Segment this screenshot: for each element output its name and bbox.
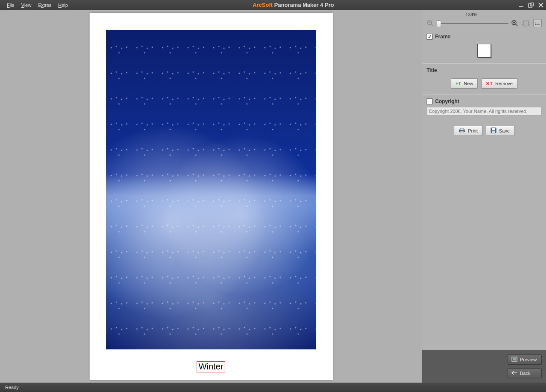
work-area: Winter 134% 1:1 [0,10,546,383]
zoom-slider[interactable] [437,20,508,26]
copyright-checkbox[interactable] [427,98,433,104]
copyright-input[interactable] [427,107,542,115]
copyright-label: Copyright [435,98,459,104]
svg-rect-10 [492,128,495,130]
side-panel: 134% 1:1 ✓ F [422,10,546,383]
zoom-percent-label: 134% [422,12,520,17]
maximize-button[interactable] [528,3,534,8]
frame-checkbox[interactable]: ✓ [427,34,433,40]
zoom-out-icon[interactable] [427,20,434,27]
zoom-in-icon[interactable] [511,20,519,27]
x-t-icon: ✕T [486,81,493,86]
back-arrow-icon [511,371,517,376]
titlebar: File View Extras Help ArcSoft Panorama M… [0,0,546,10]
svg-rect-13 [513,358,516,360]
menu-file[interactable]: File [7,3,15,8]
title-text-box[interactable]: Winter [197,361,226,372]
save-icon [491,127,497,134]
fit-screen-icon[interactable] [521,20,531,27]
svg-rect-7 [460,128,464,130]
save-label: Save [499,128,510,133]
menu-help[interactable]: Help [58,3,68,8]
zoom-controls: 134% 1:1 [422,10,546,30]
save-button[interactable]: Save [486,126,514,136]
svg-rect-5 [523,21,529,26]
frame-style-swatch[interactable] [477,44,491,58]
back-label: Back [520,371,530,376]
print-label: Print [468,128,478,133]
frame-section: ✓ Frame [422,30,546,63]
title-remove-label: Remove [495,81,513,86]
copyright-section: Copyright Print Save [422,95,546,142]
title-new-button[interactable]: +T New [451,78,478,89]
frame-label: Frame [435,34,450,40]
back-button[interactable]: Back [508,368,542,378]
page-frame: Winter [90,13,333,380]
title-text: Winter [199,362,224,371]
close-button[interactable] [538,3,543,8]
svg-rect-0 [519,6,523,7]
preview-icon [511,357,517,363]
svg-rect-8 [460,131,464,133]
window-controls [519,3,543,8]
print-button[interactable]: Print [454,126,482,136]
actual-size-button[interactable]: 1:1 [533,20,542,27]
title-new-label: New [464,81,473,86]
title-remove-button[interactable]: ✕T Remove [481,78,517,89]
menu-view[interactable]: View [21,3,32,8]
panorama-image[interactable] [106,30,316,349]
menu-extras[interactable]: Extras [38,3,51,8]
menu-bar: File View Extras Help [3,3,68,8]
side-bottom-nav: Preview Back [422,350,546,383]
svg-rect-11 [492,131,495,133]
minimize-button[interactable] [519,3,524,8]
title-section-label: Title [427,67,542,73]
status-text: Ready. [5,385,20,390]
canvas-area: Winter [0,10,422,383]
print-icon [459,128,465,134]
plus-t-icon: +T [456,81,461,86]
window-title: ArcSoft Panorama Maker 4 Pro [68,2,519,8]
app-title-rest: Panorama Maker 4 Pro [273,2,334,8]
status-bar: Ready. [0,383,546,392]
zoom-slider-thumb[interactable] [437,20,441,27]
title-section: Title +T New ✕T Remove [422,63,546,95]
preview-button[interactable]: Preview [508,355,542,365]
brand-label: ArcSoft [253,2,273,8]
preview-label: Preview [520,357,537,362]
